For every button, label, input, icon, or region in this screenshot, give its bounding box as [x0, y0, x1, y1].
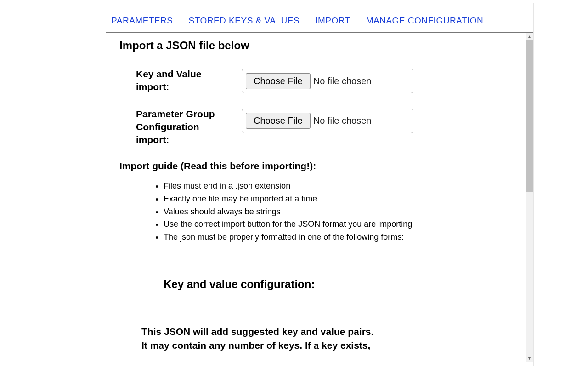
- list-item: The json must be properly formatted in o…: [164, 231, 473, 244]
- key-value-file-input[interactable]: Choose File No file chosen: [242, 69, 413, 93]
- import-content: Import a JSON file below Key and Value i…: [106, 33, 473, 361]
- param-group-choose-file-button[interactable]: Choose File: [246, 113, 311, 129]
- list-item: Exactly one file may be imported at a ti…: [164, 193, 473, 206]
- list-item: Files must end in a .json extension: [164, 180, 473, 193]
- key-value-file-status: No file chosen: [313, 76, 372, 86]
- config-panel: PARAMETERS STORED KEYS & VALUES IMPORT M…: [106, 3, 534, 366]
- param-group-import-label: Parameter Group Configuration import:: [136, 108, 242, 147]
- desc-line: It may contain any number of keys. If a …: [141, 340, 370, 351]
- param-group-import-row: Parameter Group Configuration import: Ch…: [119, 108, 473, 147]
- key-value-import-row: Key and Value import: Choose File No fil…: [119, 68, 473, 94]
- key-value-choose-file-button[interactable]: Choose File: [246, 73, 311, 89]
- scroll-up-icon[interactable]: ▲: [526, 33, 533, 40]
- list-item: Values should always be strings: [164, 206, 473, 218]
- param-group-file-status: No file chosen: [313, 115, 372, 126]
- import-heading: Import a JSON file below: [119, 39, 473, 52]
- import-guide-list: Files must end in a .json extension Exac…: [119, 180, 473, 244]
- import-guide-heading: Import guide (Read this before importing…: [119, 161, 473, 172]
- kv-config-heading: Key and value configuration:: [164, 278, 473, 291]
- desc-line: This JSON will add suggested key and val…: [141, 326, 373, 337]
- scrollbar[interactable]: ▲ ▼: [526, 33, 533, 362]
- kv-config-description: This JSON will add suggested key and val…: [141, 325, 435, 352]
- param-group-file-input[interactable]: Choose File No file chosen: [242, 109, 413, 133]
- tab-stored-keys-values[interactable]: STORED KEYS & VALUES: [189, 16, 300, 26]
- tab-import[interactable]: IMPORT: [315, 16, 351, 26]
- tab-manage-configuration[interactable]: MANAGE CONFIGURATION: [366, 16, 484, 26]
- list-item: Use the correct import button for the JS…: [164, 218, 473, 231]
- key-value-import-label: Key and Value import:: [136, 68, 242, 94]
- tab-parameters[interactable]: PARAMETERS: [111, 16, 173, 26]
- tab-bar: PARAMETERS STORED KEYS & VALUES IMPORT M…: [106, 3, 533, 33]
- scroll-down-icon[interactable]: ▼: [526, 354, 533, 362]
- scroll-thumb[interactable]: [526, 40, 533, 192]
- scroll-area: Import a JSON file below Key and Value i…: [106, 33, 533, 362]
